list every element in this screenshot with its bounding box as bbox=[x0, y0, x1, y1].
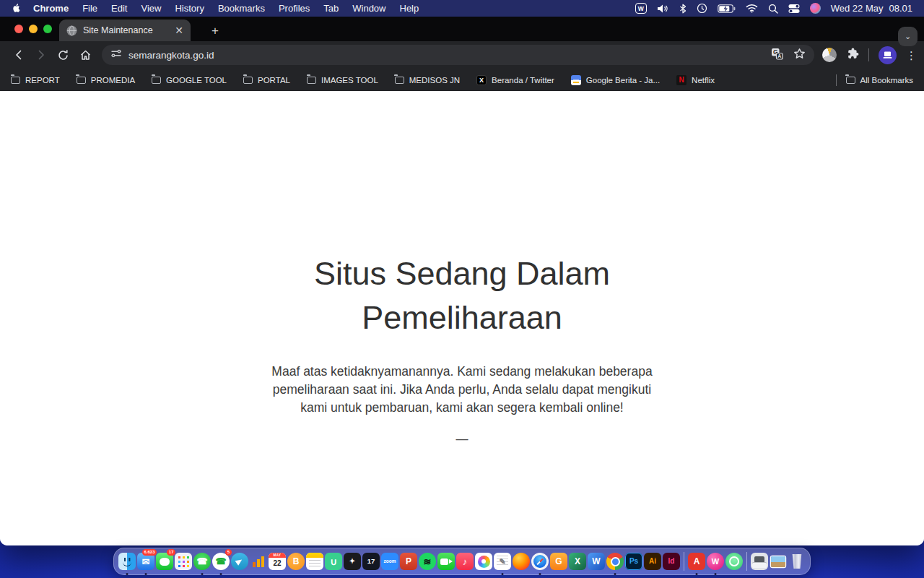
dock-item[interactable] bbox=[230, 548, 249, 575]
dock-item[interactable] bbox=[750, 548, 769, 575]
app-icon: Id bbox=[663, 553, 680, 570]
back-button[interactable] bbox=[7, 44, 30, 66]
reload-button[interactable] bbox=[52, 44, 74, 66]
app-icon-glyph: A bbox=[694, 557, 700, 566]
window-controls bbox=[14, 25, 52, 33]
battery-charging-icon[interactable] bbox=[718, 4, 736, 13]
dock-item[interactable] bbox=[118, 548, 136, 575]
dock-item[interactable]: ∪ bbox=[324, 548, 343, 575]
extension-swirl-icon[interactable] bbox=[822, 48, 837, 62]
dock-item[interactable] bbox=[305, 548, 324, 575]
dock-item[interactable] bbox=[174, 548, 193, 575]
recent-items-icon[interactable] bbox=[697, 3, 707, 14]
dock-item[interactable] bbox=[531, 548, 549, 575]
address-bar[interactable]: semarangkota.go.id GA bbox=[102, 45, 814, 65]
menu-item[interactable]: View bbox=[141, 3, 161, 14]
dock-item[interactable]: ✦ bbox=[343, 548, 362, 575]
bookmark-label: Beranda / Twitter bbox=[492, 76, 554, 85]
menu-item[interactable]: Help bbox=[400, 3, 419, 14]
menu-item[interactable]: Bookmarks bbox=[218, 3, 265, 14]
translate-icon[interactable]: GA bbox=[771, 48, 783, 63]
page-title: Situs Sedang Dalam Pemeliharaan bbox=[238, 251, 686, 340]
dock-item[interactable] bbox=[744, 548, 750, 575]
dock-item[interactable]: ♪ bbox=[456, 548, 474, 575]
active-tab[interactable]: Site Maintenance ✕ bbox=[59, 20, 191, 41]
w-app-icon[interactable]: W bbox=[635, 3, 647, 14]
bookmark-star-icon[interactable] bbox=[793, 48, 806, 63]
dock-item[interactable]: zoom bbox=[380, 548, 399, 575]
dock-item[interactable]: ☎ bbox=[193, 548, 212, 575]
forward-button[interactable] bbox=[30, 44, 52, 66]
bookmark-item[interactable]: MEDISOS JN bbox=[395, 76, 460, 85]
fullscreen-window-button[interactable] bbox=[43, 25, 52, 33]
menu-item[interactable]: File bbox=[82, 3, 97, 14]
tab-close-icon[interactable]: ✕ bbox=[175, 25, 183, 35]
new-tab-button[interactable]: + bbox=[212, 25, 219, 37]
dock-item[interactable]: W bbox=[587, 548, 606, 575]
url-text[interactable]: semarangkota.go.id bbox=[128, 50, 764, 61]
app-icon: Ai bbox=[644, 553, 661, 570]
siri-icon[interactable] bbox=[810, 3, 821, 14]
dock-item[interactable]: 17 bbox=[155, 548, 174, 575]
menu-item[interactable]: Window bbox=[352, 3, 385, 14]
minimize-window-button[interactable] bbox=[29, 25, 38, 33]
bookmark-item[interactable]: Netflix bbox=[676, 75, 715, 85]
dock-item[interactable]: 6.623 ✉ bbox=[136, 548, 155, 575]
chrome-menu-icon[interactable]: ⋮ bbox=[906, 50, 917, 61]
dock-item[interactable]: MAY 22 bbox=[268, 548, 287, 575]
dock-item[interactable]: Ai bbox=[643, 548, 662, 575]
dock-item[interactable] bbox=[769, 548, 788, 575]
home-button[interactable] bbox=[74, 44, 97, 66]
bookmark-item[interactable]: IMAGES TOOL bbox=[307, 76, 378, 85]
dock-item[interactable] bbox=[788, 548, 806, 575]
dock-item[interactable] bbox=[681, 548, 687, 575]
menu-bar-clock[interactable]: Wed 22 May 08.01 bbox=[831, 3, 912, 14]
dock-item[interactable]: X bbox=[568, 548, 587, 575]
menu-item[interactable]: Chrome bbox=[33, 3, 69, 14]
dock-item[interactable]: 5 ☎ bbox=[212, 548, 230, 575]
dock-item[interactable]: 17 bbox=[362, 548, 380, 575]
bookmark-label: Netflix bbox=[692, 76, 715, 85]
menu-item[interactable]: Profiles bbox=[279, 3, 310, 14]
bookmark-item[interactable]: Beranda / Twitter bbox=[476, 75, 554, 85]
dock-item[interactable] bbox=[437, 548, 456, 575]
bookmark-icon bbox=[676, 75, 687, 85]
bookmark-item[interactable]: Google Berita - Ja... bbox=[571, 75, 660, 85]
menu-item[interactable]: Tab bbox=[323, 3, 339, 14]
menu-item[interactable]: History bbox=[175, 3, 204, 14]
dock-item[interactable] bbox=[474, 548, 493, 575]
bookmark-item[interactable]: GOOGLE TOOL bbox=[152, 76, 227, 85]
dock-item[interactable]: Id bbox=[662, 548, 681, 575]
all-bookmarks-button[interactable]: All Bookmarks bbox=[846, 76, 914, 85]
dock-item[interactable] bbox=[725, 548, 744, 575]
wifi-icon[interactable] bbox=[746, 4, 758, 13]
dock-item[interactable]: A bbox=[687, 548, 706, 575]
tab-search-chevron-button[interactable]: ⌄ bbox=[898, 27, 918, 46]
volume-icon[interactable] bbox=[657, 4, 669, 14]
running-indicator-dot bbox=[614, 573, 616, 575]
dock-item[interactable]: G bbox=[549, 548, 568, 575]
close-window-button[interactable] bbox=[14, 25, 23, 33]
dock-item[interactable]: P bbox=[399, 548, 418, 575]
apple-logo-icon[interactable] bbox=[12, 3, 21, 14]
dock-item[interactable]: ≋ bbox=[418, 548, 437, 575]
menu-item[interactable]: Edit bbox=[111, 3, 127, 14]
bluetooth-icon[interactable] bbox=[679, 4, 687, 14]
bookmark-item[interactable]: REPORT bbox=[11, 76, 60, 85]
spotlight-search-icon[interactable] bbox=[768, 4, 778, 14]
site-settings-icon[interactable] bbox=[110, 48, 122, 62]
dock-item[interactable] bbox=[606, 548, 624, 575]
dock-item[interactable]: W bbox=[706, 548, 725, 575]
dock-item[interactable] bbox=[249, 548, 268, 575]
bookmark-item[interactable]: PORTAL bbox=[243, 76, 290, 85]
dock-item[interactable]: B bbox=[287, 548, 305, 575]
bookmark-item[interactable]: PROMEDIA bbox=[77, 76, 135, 85]
dock-item[interactable]: ✎ bbox=[493, 548, 512, 575]
bookmark-label: PORTAL bbox=[258, 76, 290, 85]
profile-avatar[interactable] bbox=[879, 46, 897, 64]
dock-item[interactable] bbox=[512, 548, 531, 575]
tab-strip: Site Maintenance ✕ + ⌄ bbox=[0, 17, 924, 41]
dock-item[interactable]: Ps bbox=[624, 548, 643, 575]
extensions-puzzle-icon[interactable] bbox=[846, 47, 859, 63]
control-center-icon[interactable] bbox=[788, 4, 800, 14]
